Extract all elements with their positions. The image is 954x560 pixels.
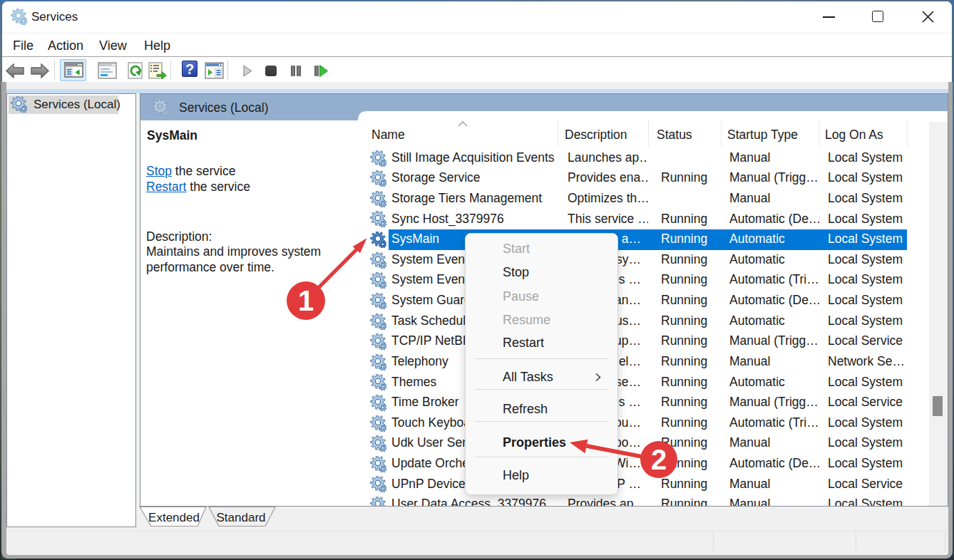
svg-text:1: 1 <box>298 285 314 316</box>
svg-text:2: 2 <box>651 444 667 475</box>
